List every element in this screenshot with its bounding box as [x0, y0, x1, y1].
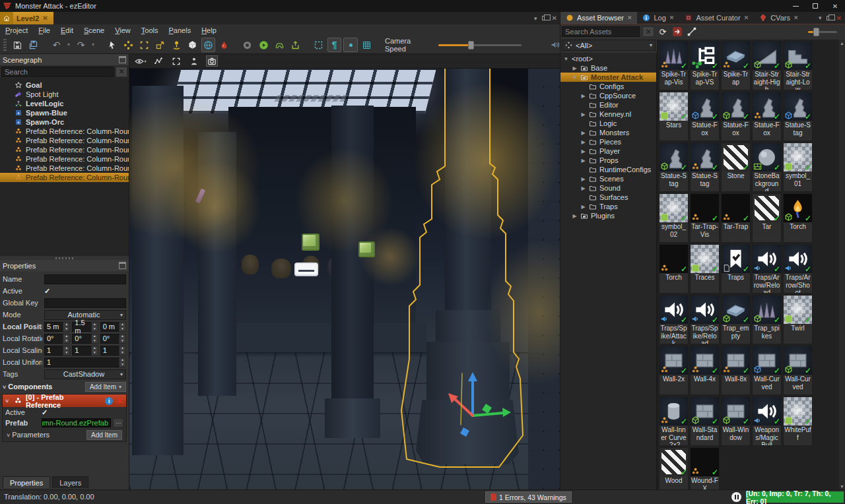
asset-item[interactable]: ✓Trap_spikes: [752, 295, 782, 344]
asset-item[interactable]: ✓Wall-8x: [721, 346, 751, 395]
scenegraph-item[interactable]: Spot Light: [0, 90, 129, 99]
tab-close-icon[interactable]: ✕: [744, 15, 749, 21]
errors-warnings-button[interactable]: 1 Errors, 43 Warnings: [485, 491, 572, 503]
tab-cvars[interactable]: CVars✕: [754, 12, 803, 24]
tree-expand-icon[interactable]: ▼: [563, 56, 569, 62]
tab-layers[interactable]: Layers: [52, 476, 88, 488]
vector-component-field[interactable]: 5 m▲▼: [44, 322, 70, 332]
scenegraph-item[interactable]: Prefab Reference: Column-Round: [0, 145, 129, 154]
save-icon[interactable]: [11, 38, 24, 52]
pause-icon[interactable]: [731, 492, 741, 502]
menu-item-file[interactable]: File: [38, 26, 50, 34]
world-space-icon[interactable]: [201, 38, 215, 52]
tab-strip-close-icon[interactable]: ✕: [552, 15, 557, 22]
curve-tool-icon[interactable]: [686, 26, 698, 38]
tree-item-scenes[interactable]: ▶Scenes: [560, 174, 656, 183]
float-window-icon[interactable]: [542, 16, 547, 20]
scenegraph-item[interactable]: Prefab Reference: Column-Round: [0, 127, 129, 136]
render-shapes-icon[interactable]: ¶: [327, 38, 341, 52]
tree-expand-icon[interactable]: ▶: [580, 148, 586, 154]
property-text-field[interactable]: [44, 298, 126, 308]
menu-item-scene[interactable]: Scene: [84, 26, 104, 34]
menu-item-edit[interactable]: Edit: [61, 26, 73, 34]
asset-item[interactable]: ✓Wall-Inner Curve-2x2: [659, 396, 689, 446]
tree-expand-icon[interactable]: ▶: [580, 139, 586, 145]
tree-expand-icon[interactable]: ▶: [580, 130, 586, 136]
spinner-buttons[interactable]: ▲▼: [63, 322, 70, 332]
translate-gizmo-icon[interactable]: [121, 38, 135, 52]
menu-item-tools[interactable]: Tools: [141, 26, 158, 34]
scenegraph-item[interactable]: Spawn-Blue: [0, 108, 129, 117]
simulation-speed-icon[interactable]: [217, 38, 231, 52]
asset-item[interactable]: ✓Wall-Window: [721, 396, 751, 446]
viewport-scene[interactable]: [129, 69, 560, 489]
play-from-here-icon[interactable]: [273, 38, 287, 52]
tab-log[interactable]: Log✕: [637, 12, 679, 24]
scenegraph-item[interactable]: Prefab Reference: Column-Round: [0, 173, 129, 182]
asset-search-input[interactable]: [562, 26, 640, 37]
prefab-browse-button[interactable]: ⋯: [113, 418, 123, 427]
tab-close-icon[interactable]: ✕: [794, 15, 799, 21]
menu-item-project[interactable]: Project: [5, 26, 28, 34]
scenegraph-item[interactable]: Prefab Reference: Column-Round: [0, 164, 129, 173]
components-add-item-button[interactable]: Add Item▾: [85, 382, 126, 392]
asset-item[interactable]: ✓Stars: [659, 92, 689, 141]
vector-component-field[interactable]: 0°▲▼: [100, 334, 126, 344]
scroll-down-icon[interactable]: ▼: [839, 483, 845, 489]
asset-item[interactable]: ✓symbol_02: [659, 193, 689, 243]
scenegraph-search-input[interactable]: [1, 67, 114, 77]
camera-speed-slider[interactable]: [438, 44, 521, 46]
character-view-icon[interactable]: [188, 55, 200, 67]
asset-item[interactable]: ✓Statue-Fox: [752, 92, 782, 141]
spinner-buttons[interactable]: ▲▼: [119, 346, 126, 356]
tree-expand-icon[interactable]: ▶: [580, 204, 586, 210]
tree-expand-icon[interactable]: ▶: [580, 111, 586, 117]
tree-expand-icon[interactable]: ▶: [580, 158, 586, 164]
tree-expand-icon[interactable]: ▼: [572, 75, 578, 80]
asset-item[interactable]: ✓Spike-Trap-VS: [690, 41, 720, 90]
panel-close-icon[interactable]: ✕: [836, 15, 842, 22]
tree-expand-icon[interactable]: ▶: [580, 93, 586, 99]
asset-grid-scrollbar[interactable]: ▲ ▼: [839, 40, 845, 489]
active-checkbox[interactable]: ✓: [42, 408, 48, 417]
tab-list-dropdown-icon[interactable]: ▾: [534, 15, 537, 22]
tree-item-logic[interactable]: Logic: [560, 119, 656, 128]
redo-dropdown-icon[interactable]: ▾: [90, 38, 96, 52]
panel-dock-icon[interactable]: [119, 262, 126, 269]
asset-item[interactable]: ✓Wall-Curved: [783, 346, 813, 395]
tree-expand-icon[interactable]: ▶: [572, 213, 578, 219]
asset-item[interactable]: ✓Spike-Trap-Vis: [659, 41, 689, 90]
tab-close-icon[interactable]: ✕: [627, 15, 632, 21]
tree-item-sound[interactable]: ▶Sound: [560, 183, 656, 193]
property-checkbox[interactable]: ✓: [44, 287, 50, 296]
import-assets-icon[interactable]: [671, 26, 683, 38]
vector-component-field[interactable]: 1.5 m▲▼: [72, 322, 98, 332]
asset-item[interactable]: ✓Statue-Stag: [783, 92, 813, 141]
vector-component-field[interactable]: 0 m▲▼: [100, 322, 126, 332]
prefab-asset-field[interactable]: olumn-Round.ezPrefab: [42, 418, 111, 427]
spinner-buttons[interactable]: ▲▼: [91, 346, 98, 356]
asset-item[interactable]: ✓Wood: [659, 447, 689, 489]
undo-icon[interactable]: ↶: [50, 38, 63, 52]
asset-item[interactable]: ✓Tar: [752, 193, 782, 243]
asset-item[interactable]: ✓Trap_empty: [721, 295, 751, 344]
refresh-icon[interactable]: ⟳: [657, 26, 669, 38]
tree-expand-icon[interactable]: ▶: [580, 176, 586, 182]
tree-item-traps[interactable]: ▶Traps: [560, 202, 656, 211]
asset-item[interactable]: ✓Statue-Stag: [690, 142, 720, 192]
tree-item-plugins[interactable]: ▶Plugins: [560, 211, 656, 220]
tab-properties[interactable]: Properties: [3, 476, 50, 488]
tree-expand-icon[interactable]: ▶: [580, 185, 586, 191]
asset-item[interactable]: ✓Statue-Fox: [721, 92, 751, 141]
tree-item-pieces[interactable]: ▶Pieces: [560, 137, 656, 146]
render-selection-overlay-icon[interactable]: [312, 38, 325, 52]
vector-component-field[interactable]: 0°▲▼: [44, 334, 70, 344]
scenegraph-item[interactable]: Prefab Reference: Column-Round: [0, 154, 129, 164]
tab-close-icon[interactable]: ✕: [42, 15, 48, 22]
snap-settings-icon[interactable]: [186, 38, 199, 52]
asset-item[interactable]: ✓Traces: [690, 244, 720, 294]
spinner-buttons[interactable]: ▲▼: [63, 346, 70, 356]
save-all-icon[interactable]: [26, 38, 40, 52]
scenegraph-item[interactable]: Goal: [0, 80, 129, 90]
tab-asset-curator[interactable]: Asset Curator✕: [679, 12, 754, 24]
